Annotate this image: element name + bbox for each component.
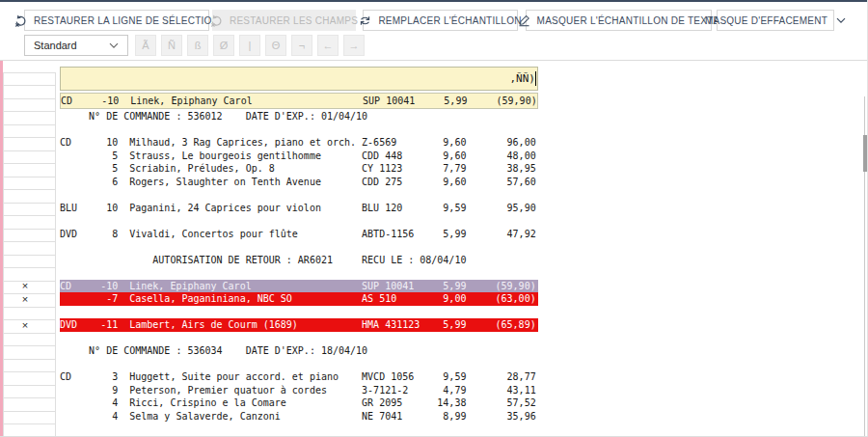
document-line[interactable]: 4 Selma y Salaverde, Canzoni NE 7041 8,9… <box>60 410 538 423</box>
document-line[interactable]: 4 Ricci, Crispino e la Comare GR 2095 14… <box>60 396 538 410</box>
gutter-cell <box>3 72 56 87</box>
undo-arrow-icon <box>210 14 223 27</box>
document-line[interactable]: CD 3 Huggett, Suite pour accord. et pian… <box>60 370 538 384</box>
style-dropdown-value: Standard <box>34 40 77 51</box>
gutter-cell <box>3 345 56 360</box>
gutter-cell <box>3 137 56 151</box>
delete-row-mark[interactable]: × <box>17 319 33 332</box>
text-caret <box>535 71 536 86</box>
toolbar-button-label: MASQUE D'EFFACEMENT <box>705 15 827 26</box>
toolbar-button-label: REMPLACER L'ÉCHANTILLON <box>378 15 521 26</box>
gutter-cell <box>3 423 56 437</box>
toolbar-button-erase-mask[interactable]: MASQUE D'EFFACEMENT <box>717 10 834 31</box>
pen-strike-icon <box>518 14 530 27</box>
swap-arrows-icon <box>359 14 371 27</box>
document-line[interactable] <box>60 123 538 137</box>
special-char-button-8: ← <box>317 35 339 56</box>
toolbar-separator <box>0 60 868 61</box>
gutter-cell <box>3 359 56 373</box>
gutter-cell <box>3 241 56 256</box>
gutter-cell <box>3 163 56 178</box>
gutter-cell <box>3 111 56 125</box>
chevron-down-icon <box>836 17 846 24</box>
document-line[interactable] <box>60 240 538 254</box>
gutter-cell <box>3 397 56 412</box>
toolbar-button-mask-text-sample[interactable]: MASQUER L'ÉCHANTILLON DE TEXTE <box>526 10 712 31</box>
gutter-cell <box>3 333 56 347</box>
gutter-cell <box>3 215 56 230</box>
field-value-editor[interactable]: ,ÑÑ) <box>60 67 538 91</box>
undo-arrow-icon <box>14 14 27 27</box>
document-line[interactable] <box>60 214 538 228</box>
document-line[interactable] <box>60 306 538 319</box>
document-line[interactable]: 6 Rogers, Slaughter on Tenth Avenue CDD … <box>60 176 538 189</box>
gutter-cell <box>3 98 56 113</box>
field-value-text: ,ÑÑ) <box>510 72 536 85</box>
toolbar-button-label: RESTAURER LA LIGNE DE SÉLECTION <box>34 15 219 26</box>
selected-document-line[interactable]: CD -10 Linek, Epiphany Carol SUP 10041 5… <box>60 93 538 109</box>
verification-window: { "toolbar": { "primary_buttons": [ {"id… <box>0 0 868 437</box>
toolbar-button-restore-fields: RESTAURER LES CHAMPS <box>212 10 356 31</box>
gutter-cell <box>3 177 56 191</box>
special-char-button-2: Ñ <box>161 35 182 56</box>
gutter-cell <box>3 124 56 139</box>
gutter-cell <box>3 229 56 243</box>
document-line[interactable]: N° DE COMMANDE : 536034 DATE D'EXP.: 18/… <box>60 344 538 358</box>
special-char-button-3: ß <box>187 35 208 56</box>
document-line[interactable]: 9 Peterson, Premier quatuor à cordes 3-7… <box>60 384 538 397</box>
chevron-down-icon <box>109 42 119 49</box>
toolbar: RESTAURER LA LIGNE DE SÉLECTIONRESTAURER… <box>0 2 868 60</box>
special-char-button-9: → <box>343 35 365 56</box>
document-line[interactable]: DVD 8 Vivaldi, Concertos pour flûte ABTD… <box>60 228 538 241</box>
gutter-cell <box>3 371 56 386</box>
document-line[interactable]: AUTORISATION DE RETOUR : AR6021 RECU LE … <box>60 254 538 267</box>
document-line[interactable] <box>60 358 538 371</box>
document-line[interactable]: 5 Strauss, Le bourgeois gentilhomme CDD … <box>60 150 538 163</box>
delete-row-mark[interactable]: × <box>17 280 33 292</box>
document-line[interactable] <box>60 188 538 202</box>
gutter-cell <box>3 150 56 165</box>
toolbar-button-replace-sample[interactable]: REMPLACER L'ÉCHANTILLON <box>363 10 518 31</box>
error-document-line[interactable]: DVD -11 Lambert, Airs de Courm (1689) HM… <box>60 318 538 332</box>
gutter-cell <box>3 255 56 269</box>
special-char-button-1: Ã <box>135 35 156 56</box>
toolbar-button-restore-selection-row[interactable]: RESTAURER LA LIGNE DE SÉLECTION <box>24 10 209 31</box>
document-line[interactable]: N° DE COMMANDE : 536012 DATE D'EXP.: 01/… <box>60 110 538 123</box>
document-line[interactable]: 5 Scriabin, Préludes, Op. 8 CY 1123 7,79… <box>60 162 538 176</box>
gutter-cell <box>3 189 56 204</box>
toolbar-button-label: MASQUER L'ÉCHANTILLON DE TEXTE <box>537 15 720 26</box>
special-char-button-4: Ø <box>213 35 234 56</box>
gutter-cell <box>3 85 56 99</box>
document-line[interactable] <box>60 266 538 280</box>
special-char-button-7: ¬ <box>291 35 312 56</box>
gutter-cell <box>3 411 56 425</box>
gutter-cell <box>3 203 56 217</box>
document-line[interactable]: BLU 10 Paganini, 24 Caprices pour violon… <box>60 202 538 215</box>
special-char-button-5: | <box>239 35 260 56</box>
document-line[interactable] <box>60 332 538 345</box>
document-line[interactable]: CD 10 Milhaud, 3 Rag Caprices, piano et … <box>60 136 538 150</box>
error-document-line[interactable]: -7 Casella, Paganiniana, NBC SO AS 510 9… <box>60 292 538 306</box>
gutter-cell <box>3 385 56 399</box>
special-char-button-6: Θ <box>265 35 286 56</box>
delete-row-mark[interactable]: × <box>17 293 33 306</box>
deleted-document-line[interactable]: CD -10 Linek, Epiphany Carol SUP 10041 5… <box>60 280 538 293</box>
style-dropdown[interactable]: Standard <box>24 35 128 56</box>
toolbar-button-label: RESTAURER LES CHAMPS <box>230 15 358 26</box>
